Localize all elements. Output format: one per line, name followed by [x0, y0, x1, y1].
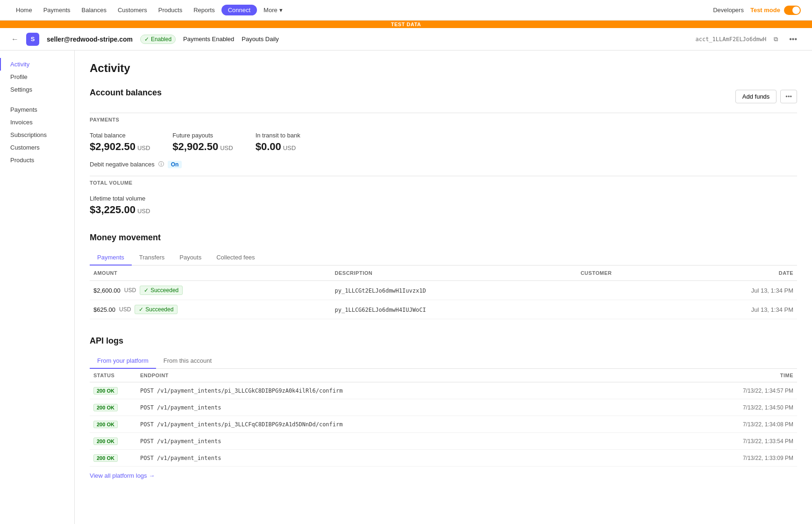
- tab-payouts[interactable]: Payouts: [172, 250, 209, 266]
- top-nav: Home Payments Balances Customers Product…: [0, 0, 812, 21]
- debit-label: Debit negative balances: [90, 161, 155, 168]
- sidebar-item-subscriptions[interactable]: Subscriptions: [0, 129, 74, 141]
- total-balance-label: Total balance: [90, 132, 150, 139]
- in-transit-item: In transit to bank $0.00USD: [256, 132, 300, 153]
- api-logs-table: STATUS ENDPOINT TIME 200 OK POST /v1/pay…: [90, 369, 797, 467]
- nav-developers[interactable]: Developers: [708, 5, 748, 15]
- money-movement-title: Money movement: [90, 233, 797, 243]
- payouts-meta: Payouts Daily: [242, 36, 279, 43]
- balances-more-button[interactable]: •••: [780, 90, 797, 103]
- api-tab-from-platform[interactable]: From your platform: [90, 353, 156, 369]
- col-description: DESCRIPTION: [331, 266, 577, 281]
- view-all-platform-logs-link[interactable]: View all platform logs →: [90, 472, 155, 479]
- log-col-status: STATUS: [90, 369, 136, 382]
- in-transit-value: $0.00USD: [256, 141, 300, 153]
- log-col-time: TIME: [654, 369, 797, 382]
- in-transit-label: In transit to bank: [256, 132, 300, 139]
- total-balance-item: Total balance $2,902.50USD: [90, 132, 150, 153]
- col-customer: CUSTOMER: [577, 266, 673, 281]
- tab-collected-fees[interactable]: Collected fees: [209, 250, 262, 266]
- sidebar-item-profile[interactable]: Profile: [0, 71, 74, 83]
- payment-date: Jul 13, 1:34 PM: [673, 281, 797, 300]
- list-item[interactable]: 200 OK POST /v1/payment_intents 7/13/22,…: [90, 399, 797, 416]
- log-endpoint: POST /v1/payment_intents: [136, 450, 654, 467]
- table-row[interactable]: $625.00 USD ✓ Succeeded py_1LLCG62ELJo6d…: [90, 300, 797, 319]
- account-balances-section: Account balances Add funds ••• PAYMENTS …: [90, 88, 797, 216]
- nav-products[interactable]: Products: [154, 5, 187, 15]
- back-button[interactable]: ←: [11, 35, 19, 43]
- list-item[interactable]: 200 OK POST /v1/payment_intents 7/13/22,…: [90, 433, 797, 450]
- nav-connect[interactable]: Connect: [221, 5, 257, 15]
- info-icon[interactable]: ⓘ: [158, 160, 164, 168]
- list-item[interactable]: 200 OK POST /v1/payment_intents/pi_3LLCF…: [90, 416, 797, 433]
- lifetime-value: $3,225.00USD: [90, 204, 797, 216]
- account-name: seller@redwood-stripe.com: [47, 36, 133, 43]
- log-endpoint: POST /v1/payment_intents/pi_3LLCFqC8DIBP…: [136, 416, 654, 433]
- test-data-banner: TEST DATA: [0, 21, 812, 28]
- copy-icon[interactable]: ⧉: [774, 36, 778, 43]
- log-status: 200 OK: [90, 433, 136, 450]
- sidebar-item-products[interactable]: Products: [0, 154, 74, 166]
- lifetime-volume-item: Lifetime total volume $3,225.00USD: [90, 195, 797, 216]
- sidebar-item-activity[interactable]: Activity: [0, 58, 74, 71]
- future-payouts-value: $2,902.50USD: [172, 141, 233, 153]
- log-endpoint: POST /v1/payment_intents: [136, 433, 654, 450]
- debit-row: Debit negative balances ⓘ On: [90, 160, 797, 168]
- status-badge: ✓ Succeeded: [135, 305, 178, 314]
- col-date: DATE: [673, 266, 797, 281]
- log-time: 7/13/22, 1:34:57 PM: [654, 382, 797, 399]
- list-item[interactable]: 200 OK POST /v1/payment_intents/pi_3LLCG…: [90, 382, 797, 399]
- account-menu-button[interactable]: •••: [785, 33, 801, 45]
- status-badge: ✓ Succeeded: [140, 286, 183, 295]
- table-row[interactable]: $2,600.00 USD ✓ Succeeded py_1LLCGt2ELJo…: [90, 281, 797, 300]
- tab-transfers[interactable]: Transfers: [132, 250, 172, 266]
- log-status: 200 OK: [90, 382, 136, 399]
- payments-table: AMOUNT DESCRIPTION CUSTOMER DATE $2,600.…: [90, 266, 797, 319]
- sub-header: ← S seller@redwood-stripe.com ✓ Enabled …: [0, 28, 812, 50]
- enabled-badge: ✓ Enabled: [140, 35, 176, 44]
- main-content: Activity Account balances Add funds ••• …: [75, 50, 812, 524]
- debit-status-badge: On: [168, 161, 182, 168]
- nav-more[interactable]: More ▾: [259, 5, 287, 15]
- test-mode-toggle: Test mode: [750, 6, 801, 15]
- nav-payments[interactable]: Payments: [39, 5, 75, 15]
- payment-date: Jul 13, 1:34 PM: [673, 300, 797, 319]
- sidebar-item-customers[interactable]: Customers: [0, 141, 74, 154]
- api-tab-from-account[interactable]: From this account: [156, 353, 219, 369]
- sidebar-item-settings[interactable]: Settings: [0, 83, 74, 96]
- check-icon: ✓: [139, 306, 143, 313]
- nav-balances[interactable]: Balances: [77, 5, 111, 15]
- payments-subsection-label: PAYMENTS: [90, 113, 797, 126]
- sidebar: Activity Profile Settings Payments Invoi…: [0, 50, 75, 524]
- future-payouts-item: Future payouts $2,902.50USD: [172, 132, 233, 153]
- test-mode-toggle-pill[interactable]: [784, 6, 801, 15]
- check-icon: ✓: [144, 36, 149, 43]
- log-time: 7/13/22, 1:33:09 PM: [654, 450, 797, 467]
- list-item[interactable]: 200 OK POST /v1/payment_intents 7/13/22,…: [90, 450, 797, 467]
- payment-customer: [577, 281, 673, 300]
- payment-customer: [577, 300, 673, 319]
- sidebar-item-payments[interactable]: Payments: [0, 103, 74, 116]
- log-endpoint: POST /v1/payment_intents/pi_3LLCGkC8DIBP…: [136, 382, 654, 399]
- log-endpoint: POST /v1/payment_intents: [136, 399, 654, 416]
- layout: Activity Profile Settings Payments Invoi…: [0, 50, 812, 524]
- payment-amount: $2,600.00 USD ✓ Succeeded: [90, 281, 331, 300]
- log-status: 200 OK: [90, 416, 136, 433]
- log-status: 200 OK: [90, 399, 136, 416]
- nav-customers[interactable]: Customers: [113, 5, 152, 15]
- total-volume-label: TOTAL VOLUME: [90, 176, 797, 189]
- payment-description: py_1LLCGt2ELJo6dmwH1Iuvzx1D: [331, 281, 577, 300]
- payment-amount: $625.00 USD ✓ Succeeded: [90, 300, 331, 319]
- tab-payments[interactable]: Payments: [90, 250, 132, 266]
- add-funds-button[interactable]: Add funds: [735, 90, 777, 103]
- payments-meta: Payments Enabled: [183, 36, 234, 43]
- api-logs-title: API logs: [90, 336, 797, 346]
- account-id: acct_1LLAmF2ELJo6dmwH: [695, 36, 766, 43]
- nav-reports[interactable]: Reports: [189, 5, 220, 15]
- sidebar-item-invoices[interactable]: Invoices: [0, 116, 74, 129]
- money-movement-tabs: Payments Transfers Payouts Collected fee…: [90, 250, 797, 266]
- log-col-endpoint: ENDPOINT: [136, 369, 654, 382]
- nav-home[interactable]: Home: [11, 5, 37, 15]
- money-movement-section: Money movement Payments Transfers Payout…: [90, 233, 797, 319]
- balances-header: Account balances Add funds •••: [90, 88, 797, 105]
